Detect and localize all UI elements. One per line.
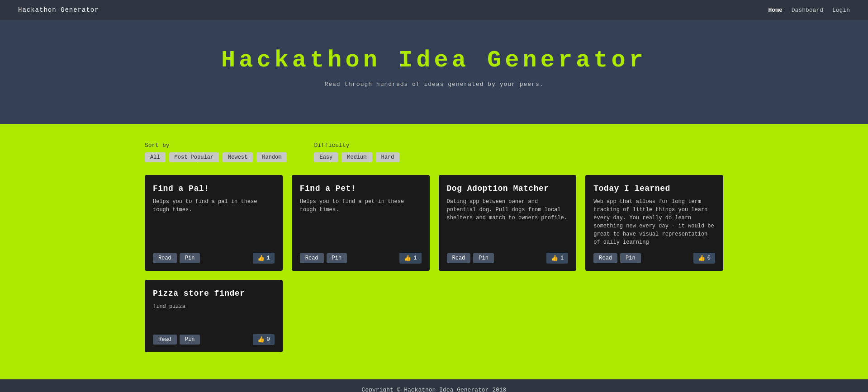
- card-actions: Read Pin 👍 0: [593, 253, 715, 264]
- card-dog-adoption: Dog Adoption Matcher Dating app between …: [439, 175, 577, 271]
- cards-row-1: Find a Pal! Helps you to find a pal in t…: [145, 175, 723, 271]
- navbar: Hackathon Generator Home Dashboard Login: [0, 0, 868, 20]
- card-header: Dog Adoption Matcher Dating app between …: [447, 184, 569, 228]
- like-count: 1: [267, 255, 270, 261]
- sort-filter-group: Sort by All Most Popular Newest Random: [145, 142, 287, 162]
- card-header: Find a Pet! Helps you to find a pet in t…: [300, 184, 422, 220]
- hero-title: Hackathon Idea Generator: [18, 47, 850, 74]
- pin-button[interactable]: Pin: [180, 335, 200, 345]
- thumbs-up-icon: 👍: [698, 255, 705, 262]
- hero-subtitle: Read through hundreds of ideas generated…: [18, 81, 850, 88]
- difficulty-label: Difficulty: [314, 142, 399, 149]
- card-find-a-pal: Find a Pal! Helps you to find a pal in t…: [145, 175, 283, 271]
- card-btns: Read Pin: [593, 253, 640, 263]
- card-title: Dog Adoption Matcher: [447, 184, 569, 193]
- pin-button[interactable]: Pin: [620, 253, 641, 263]
- thumbs-up-icon: 👍: [551, 255, 558, 262]
- like-count: 1: [413, 255, 417, 261]
- nav-home[interactable]: Home: [768, 7, 783, 14]
- empty-slot-1: [292, 280, 430, 352]
- sort-popular-btn[interactable]: Most Popular: [169, 152, 219, 162]
- card-title: Find a Pal!: [153, 184, 275, 193]
- like-button[interactable]: 👍 1: [546, 253, 568, 264]
- like-count: 0: [707, 255, 711, 261]
- card-btns: Read Pin: [300, 253, 347, 263]
- nav-login[interactable]: Login: [832, 7, 850, 14]
- navbar-links: Home Dashboard Login: [768, 7, 850, 14]
- card-header: Pizza store finder find pizza: [153, 289, 275, 317]
- sort-label: Sort by: [145, 142, 287, 149]
- read-button[interactable]: Read: [153, 253, 177, 263]
- card-today-i-learned: Today I learned Web app that allows for …: [585, 175, 723, 271]
- difficulty-filter-group: Difficulty Easy Medium Hard: [314, 142, 399, 162]
- sort-random-btn[interactable]: Random: [256, 152, 287, 162]
- card-btns: Read Pin: [153, 253, 200, 263]
- like-button[interactable]: 👍 1: [399, 253, 421, 264]
- cards-row-2: Pizza store finder find pizza Read Pin 👍…: [145, 280, 723, 352]
- card-actions: Read Pin 👍 1: [153, 253, 275, 264]
- card-title: Today I learned: [593, 184, 715, 193]
- main-content: Sort by All Most Popular Newest Random D…: [0, 124, 868, 379]
- card-description: Helps you to find a pet in these tough t…: [300, 198, 422, 214]
- read-button[interactable]: Read: [447, 253, 471, 263]
- like-count: 1: [560, 255, 564, 261]
- card-actions: Read Pin 👍 1: [300, 253, 422, 264]
- difficulty-buttons: Easy Medium Hard: [314, 152, 399, 162]
- sort-buttons: All Most Popular Newest Random: [145, 152, 287, 162]
- pin-button[interactable]: Pin: [327, 253, 347, 263]
- card-btns: Read Pin: [153, 335, 200, 345]
- card-actions: Read Pin 👍 0: [153, 334, 275, 345]
- difficulty-easy-btn[interactable]: Easy: [314, 152, 338, 162]
- empty-slot-3: [585, 280, 723, 352]
- card-title: Find a Pet!: [300, 184, 422, 193]
- sort-newest-btn[interactable]: Newest: [223, 152, 253, 162]
- read-button[interactable]: Read: [300, 253, 324, 263]
- footer-text: Copyright © Hackathon Idea Generator 201…: [362, 387, 507, 392]
- sort-all-btn[interactable]: All: [145, 152, 166, 162]
- card-description: Dating app between owner and potential d…: [447, 198, 569, 222]
- filters: Sort by All Most Popular Newest Random D…: [145, 142, 723, 162]
- difficulty-hard-btn[interactable]: Hard: [376, 152, 400, 162]
- like-button[interactable]: 👍 1: [253, 253, 275, 264]
- like-count: 0: [267, 336, 270, 343]
- card-header: Find a Pal! Helps you to find a pal in t…: [153, 184, 275, 220]
- card-find-a-pet: Find a Pet! Helps you to find a pet in t…: [292, 175, 430, 271]
- navbar-brand: Hackathon Generator: [18, 6, 99, 14]
- like-button[interactable]: 👍 0: [253, 334, 275, 345]
- card-description: Web app that allows for long term tracki…: [593, 198, 715, 246]
- thumbs-up-icon: 👍: [257, 255, 265, 262]
- card-description: Helps you to find a pal in these tough t…: [153, 198, 275, 214]
- read-button[interactable]: Read: [593, 253, 617, 263]
- card-title: Pizza store finder: [153, 289, 275, 298]
- card-header: Today I learned Web app that allows for …: [593, 184, 715, 253]
- nav-dashboard[interactable]: Dashboard: [792, 7, 823, 14]
- like-button[interactable]: 👍 0: [693, 253, 715, 264]
- thumbs-up-icon: 👍: [257, 336, 265, 343]
- card-actions: Read Pin 👍 1: [447, 253, 569, 264]
- read-button[interactable]: Read: [153, 335, 177, 345]
- pin-button[interactable]: Pin: [473, 253, 494, 263]
- card-pizza-store: Pizza store finder find pizza Read Pin 👍…: [145, 280, 283, 352]
- hero-section: Hackathon Idea Generator Read through hu…: [0, 20, 868, 124]
- empty-slot-2: [439, 280, 577, 352]
- thumbs-up-icon: 👍: [404, 255, 411, 262]
- card-description: find pizza: [153, 302, 275, 311]
- pin-button[interactable]: Pin: [180, 253, 200, 263]
- difficulty-medium-btn[interactable]: Medium: [342, 152, 372, 162]
- card-btns: Read Pin: [447, 253, 494, 263]
- footer: Copyright © Hackathon Idea Generator 201…: [0, 379, 868, 392]
